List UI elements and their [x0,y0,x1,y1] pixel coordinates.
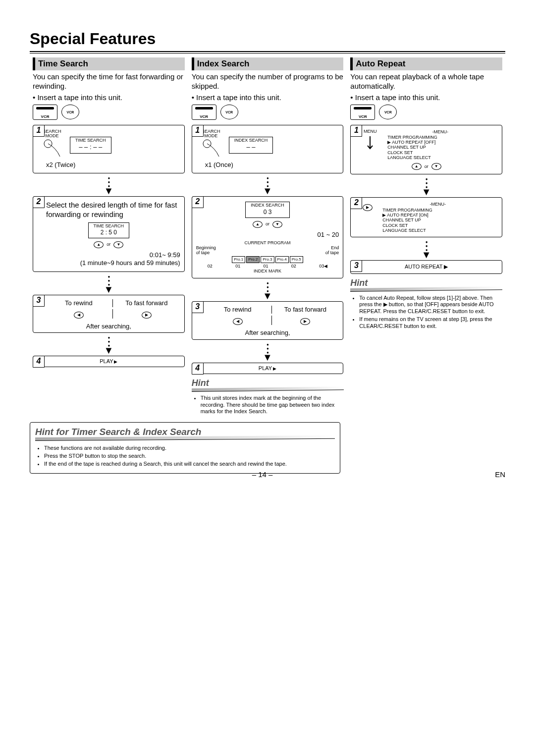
menu-title: -MENU- [382,129,498,135]
arrow-down-icon: ●●●▼ [192,343,344,360]
step-caption: x2 (Twice) [46,161,180,169]
mark: 02 [208,264,213,269]
arrow-down-icon: ●●●▼ [350,177,502,194]
tape-end-label: End of tape [325,246,339,256]
menu-button-label: MENU [363,129,377,134]
lang-label: EN [495,470,505,479]
finger-icon [42,139,62,159]
hint-item: If the end of the tape is reached during… [44,461,333,468]
intro: You can specify the number of programs t… [192,72,344,91]
lcd-label: TIME SEARCH [75,138,106,143]
hint-item: This unit stores index mark at the begin… [201,395,342,415]
step-1: 1 SEARCH MODE INDEX SEARCH – – x1 (Once) [192,125,344,174]
auto-repeat-label: AUTO REPEAT ▶ [355,264,498,270]
mark: 02 [291,264,296,269]
hint-body: This unit stores index mark at the begin… [192,393,344,417]
rewind-label: To rewind [204,306,271,314]
lcd-display: TIME SEARCH 2 : 5 0 [88,222,130,238]
mode-label: SEARCH MODE [201,129,221,139]
section-header: Auto Repeat [350,57,502,70]
hint-item: Press the STOP button to stop the search… [44,453,333,460]
rule [30,51,505,52]
col-time-search: Time Search You can specify the time for… [30,57,188,417]
step-4: 4 PLAY [33,356,185,367]
step-number: 2 [350,197,362,209]
lcd-label: INDEX SEARCH [251,203,284,208]
up-button-icon: ▲ [253,221,263,228]
section-header: Time Search [33,57,185,70]
lcd-value: 0 3 [264,209,272,216]
vcr-icon: VCR [192,105,216,120]
hint-item: These functions are not available during… [44,445,333,452]
big-hint-box: Hint for Timer Search & Index Search The… [30,422,340,474]
icon-row: VCR VCR [33,105,185,120]
range: 01 ~ 20 [196,231,339,239]
lcd-value: 2 : 5 0 [101,229,117,236]
range2: (1 minute~9 hours and 59 minutes) [80,259,180,267]
col-auto-repeat: Auto Repeat You can repeat playback of a… [347,57,505,417]
program-bar: Pro.1 Pro.2 Pro.3 Pro.4 Pro.5 [196,256,339,263]
step-text: Select the desired length of time for fa… [46,201,180,219]
pro-cell: Pro.2 [246,256,260,263]
step-2: 2 ▶ -MENU- TIMER PROGRAMMING ▶ AUTO REPE… [350,197,502,237]
power-icon: VCR [61,105,79,119]
mode-label: SEARCH MODE [42,129,62,139]
pro-cell: Pro.5 [290,256,303,263]
step-1: 1 MENU -MENU- TIMER PROGRAMMING ▶ AUTO R… [350,125,502,175]
page-number: – 14 – [252,470,273,479]
power-icon: VCR [220,105,238,119]
step-3: 3 To rewind To fast forward ◀ ▶ After se… [33,295,185,333]
step-number: 2 [192,196,204,208]
ffwd-label: To fast forward [271,306,339,314]
hint-header: Hint [350,278,502,293]
step-1: 1 SEARCH MODE TIME SEARCH – – : – – x2 (… [33,125,185,174]
rewind-button-icon: ◀ [74,312,84,319]
page-title: Special Features [30,30,505,48]
finger-icon [201,139,221,159]
arrow-down-icon: ●●●▼ [33,275,185,292]
pro-cell: Pro.1 [232,256,245,263]
step-number: 4 [192,363,204,375]
mark: 03◀ [319,264,327,269]
step-number: 3 [192,301,204,313]
current-program-label: CURRENT PROGRAM [196,241,339,246]
down-button-icon: ▼ [272,221,282,228]
insert-bullet: • Insert a tape into this unit. [33,93,185,102]
index-mark-label: INDEX MARK [196,269,339,274]
lcd-label: TIME SEARCH [94,223,124,228]
icon-row: VCR VCR [350,105,502,120]
insert-bullet: • Insert a tape into this unit. [350,93,502,102]
intro: You can repeat playback of a whole tape … [350,72,502,91]
power-icon: VCR [379,105,397,119]
section-header: Index Search [192,57,344,70]
down-button-icon: ▼ [113,241,123,248]
or-label: or [425,164,428,169]
hint-item: If menu remains on the TV screen at step… [359,316,500,330]
ffwd-button-icon: ▶ [142,312,152,319]
down-button-icon: ▼ [431,163,441,170]
mark: 01 [235,264,240,269]
step-number: 4 [33,356,45,368]
menu-items: TIMER PROGRAMMING ▶ AUTO REPEAT [ON] CHA… [382,208,498,233]
tape-begin-label: Beginning of tape [196,246,216,256]
step-4: 4 PLAY [192,363,344,374]
lcd-display: TIME SEARCH – – : – – [70,137,111,154]
pro-cell: Pro.3 [261,256,274,263]
up-button-icon: ▲ [94,241,104,248]
arrow-down-icon: ●●●▼ [192,281,344,298]
lcd-display: INDEX SEARCH – – [229,137,273,154]
menu-title: -MENU- [377,202,498,207]
icon-row: VCR VCR [192,105,344,120]
arrow-down-icon: ●●●▼ [33,176,185,193]
rule [30,53,505,54]
step-caption: x1 (Once) [205,161,339,169]
rewind-label: To rewind [45,299,112,307]
finger-icon [363,134,377,154]
intro: You can specify the time for fast forwar… [33,72,185,91]
step-3: 3 To rewind To fast forward ◀ ▶ After se… [192,301,344,340]
arrow-down-icon: ●●●▼ [192,176,344,193]
or-label: or [266,222,269,227]
arrow-down-icon: ●●●▼ [350,240,502,257]
insert-bullet: • Insert a tape into this unit. [192,93,344,102]
right-button-icon: ▶ [363,204,373,211]
